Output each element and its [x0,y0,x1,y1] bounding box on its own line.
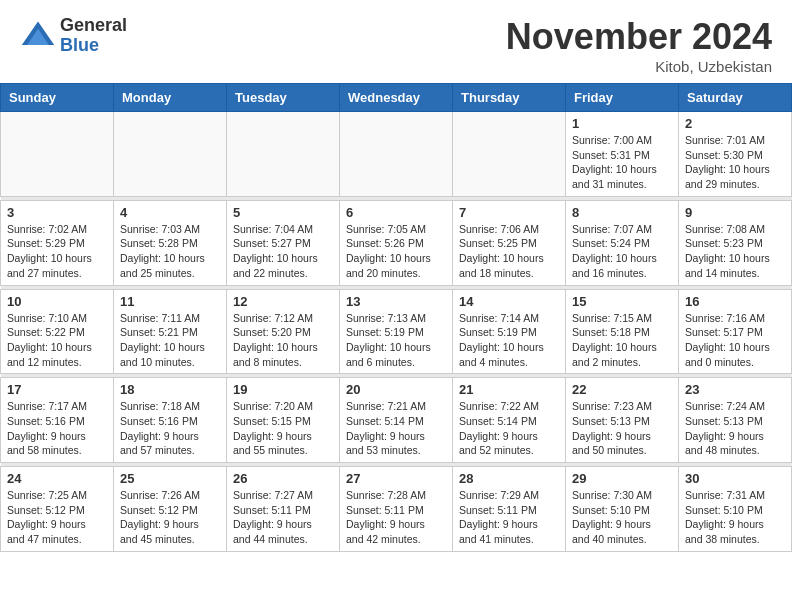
day-info: Sunrise: 7:24 AM Sunset: 5:13 PM Dayligh… [685,399,785,458]
calendar-week-row: 24Sunrise: 7:25 AM Sunset: 5:12 PM Dayli… [1,467,792,552]
day-info: Sunrise: 7:29 AM Sunset: 5:11 PM Dayligh… [459,488,559,547]
day-info: Sunrise: 7:20 AM Sunset: 5:15 PM Dayligh… [233,399,333,458]
day-info: Sunrise: 7:27 AM Sunset: 5:11 PM Dayligh… [233,488,333,547]
calendar-day-cell: 20Sunrise: 7:21 AM Sunset: 5:14 PM Dayli… [340,378,453,463]
day-info: Sunrise: 7:07 AM Sunset: 5:24 PM Dayligh… [572,222,672,281]
day-info: Sunrise: 7:11 AM Sunset: 5:21 PM Dayligh… [120,311,220,370]
day-info: Sunrise: 7:22 AM Sunset: 5:14 PM Dayligh… [459,399,559,458]
day-number: 30 [685,471,785,486]
title-block: November 2024 Kitob, Uzbekistan [506,16,772,75]
day-number: 24 [7,471,107,486]
day-number: 18 [120,382,220,397]
day-info: Sunrise: 7:28 AM Sunset: 5:11 PM Dayligh… [346,488,446,547]
calendar-table: SundayMondayTuesdayWednesdayThursdayFrid… [0,83,792,552]
calendar-day-cell: 15Sunrise: 7:15 AM Sunset: 5:18 PM Dayli… [566,289,679,374]
day-number: 4 [120,205,220,220]
day-of-week-header: Tuesday [227,84,340,112]
day-number: 6 [346,205,446,220]
logo-line2: Blue [60,36,127,56]
day-number: 8 [572,205,672,220]
logo-line1: General [60,16,127,36]
day-info: Sunrise: 7:04 AM Sunset: 5:27 PM Dayligh… [233,222,333,281]
calendar-header-row: SundayMondayTuesdayWednesdayThursdayFrid… [1,84,792,112]
calendar-day-cell: 11Sunrise: 7:11 AM Sunset: 5:21 PM Dayli… [114,289,227,374]
location: Kitob, Uzbekistan [506,58,772,75]
calendar-day-cell: 18Sunrise: 7:18 AM Sunset: 5:16 PM Dayli… [114,378,227,463]
calendar-day-cell: 3Sunrise: 7:02 AM Sunset: 5:29 PM Daylig… [1,200,114,285]
day-of-week-header: Monday [114,84,227,112]
calendar-day-cell [114,112,227,197]
day-number: 20 [346,382,446,397]
calendar-week-row: 3Sunrise: 7:02 AM Sunset: 5:29 PM Daylig… [1,200,792,285]
calendar-day-cell: 1Sunrise: 7:00 AM Sunset: 5:31 PM Daylig… [566,112,679,197]
day-number: 25 [120,471,220,486]
day-number: 7 [459,205,559,220]
day-number: 27 [346,471,446,486]
calendar-day-cell [227,112,340,197]
calendar-day-cell: 6Sunrise: 7:05 AM Sunset: 5:26 PM Daylig… [340,200,453,285]
calendar-week-row: 10Sunrise: 7:10 AM Sunset: 5:22 PM Dayli… [1,289,792,374]
calendar-day-cell: 17Sunrise: 7:17 AM Sunset: 5:16 PM Dayli… [1,378,114,463]
day-number: 2 [685,116,785,131]
calendar-day-cell: 27Sunrise: 7:28 AM Sunset: 5:11 PM Dayli… [340,467,453,552]
day-info: Sunrise: 7:30 AM Sunset: 5:10 PM Dayligh… [572,488,672,547]
day-info: Sunrise: 7:10 AM Sunset: 5:22 PM Dayligh… [7,311,107,370]
day-info: Sunrise: 7:12 AM Sunset: 5:20 PM Dayligh… [233,311,333,370]
day-number: 19 [233,382,333,397]
day-info: Sunrise: 7:18 AM Sunset: 5:16 PM Dayligh… [120,399,220,458]
day-of-week-header: Thursday [453,84,566,112]
day-info: Sunrise: 7:02 AM Sunset: 5:29 PM Dayligh… [7,222,107,281]
day-number: 21 [459,382,559,397]
day-info: Sunrise: 7:14 AM Sunset: 5:19 PM Dayligh… [459,311,559,370]
day-info: Sunrise: 7:16 AM Sunset: 5:17 PM Dayligh… [685,311,785,370]
day-info: Sunrise: 7:08 AM Sunset: 5:23 PM Dayligh… [685,222,785,281]
day-number: 11 [120,294,220,309]
calendar-day-cell: 2Sunrise: 7:01 AM Sunset: 5:30 PM Daylig… [679,112,792,197]
day-number: 23 [685,382,785,397]
calendar-day-cell: 26Sunrise: 7:27 AM Sunset: 5:11 PM Dayli… [227,467,340,552]
calendar-day-cell: 9Sunrise: 7:08 AM Sunset: 5:23 PM Daylig… [679,200,792,285]
day-info: Sunrise: 7:17 AM Sunset: 5:16 PM Dayligh… [7,399,107,458]
calendar-day-cell: 24Sunrise: 7:25 AM Sunset: 5:12 PM Dayli… [1,467,114,552]
logo-text: General Blue [60,16,127,56]
day-info: Sunrise: 7:21 AM Sunset: 5:14 PM Dayligh… [346,399,446,458]
calendar-week-row: 1Sunrise: 7:00 AM Sunset: 5:31 PM Daylig… [1,112,792,197]
calendar-day-cell: 4Sunrise: 7:03 AM Sunset: 5:28 PM Daylig… [114,200,227,285]
day-info: Sunrise: 7:31 AM Sunset: 5:10 PM Dayligh… [685,488,785,547]
calendar-day-cell: 8Sunrise: 7:07 AM Sunset: 5:24 PM Daylig… [566,200,679,285]
calendar-day-cell [1,112,114,197]
day-number: 26 [233,471,333,486]
day-number: 29 [572,471,672,486]
calendar-day-cell: 22Sunrise: 7:23 AM Sunset: 5:13 PM Dayli… [566,378,679,463]
calendar-day-cell: 13Sunrise: 7:13 AM Sunset: 5:19 PM Dayli… [340,289,453,374]
calendar-day-cell: 23Sunrise: 7:24 AM Sunset: 5:13 PM Dayli… [679,378,792,463]
calendar-week-row: 17Sunrise: 7:17 AM Sunset: 5:16 PM Dayli… [1,378,792,463]
day-number: 1 [572,116,672,131]
day-info: Sunrise: 7:23 AM Sunset: 5:13 PM Dayligh… [572,399,672,458]
day-number: 15 [572,294,672,309]
day-number: 28 [459,471,559,486]
day-number: 14 [459,294,559,309]
calendar-day-cell: 25Sunrise: 7:26 AM Sunset: 5:12 PM Dayli… [114,467,227,552]
calendar-day-cell: 7Sunrise: 7:06 AM Sunset: 5:25 PM Daylig… [453,200,566,285]
day-of-week-header: Sunday [1,84,114,112]
day-number: 17 [7,382,107,397]
calendar-day-cell: 5Sunrise: 7:04 AM Sunset: 5:27 PM Daylig… [227,200,340,285]
day-number: 3 [7,205,107,220]
page-header: General Blue November 2024 Kitob, Uzbeki… [0,0,792,83]
logo: General Blue [20,16,127,56]
calendar-day-cell: 12Sunrise: 7:12 AM Sunset: 5:20 PM Dayli… [227,289,340,374]
day-info: Sunrise: 7:26 AM Sunset: 5:12 PM Dayligh… [120,488,220,547]
calendar-day-cell [340,112,453,197]
month-title: November 2024 [506,16,772,58]
day-number: 16 [685,294,785,309]
calendar-day-cell: 21Sunrise: 7:22 AM Sunset: 5:14 PM Dayli… [453,378,566,463]
day-info: Sunrise: 7:01 AM Sunset: 5:30 PM Dayligh… [685,133,785,192]
day-info: Sunrise: 7:06 AM Sunset: 5:25 PM Dayligh… [459,222,559,281]
calendar-day-cell: 19Sunrise: 7:20 AM Sunset: 5:15 PM Dayli… [227,378,340,463]
logo-icon [20,18,56,54]
day-number: 12 [233,294,333,309]
day-of-week-header: Friday [566,84,679,112]
day-number: 5 [233,205,333,220]
day-info: Sunrise: 7:00 AM Sunset: 5:31 PM Dayligh… [572,133,672,192]
